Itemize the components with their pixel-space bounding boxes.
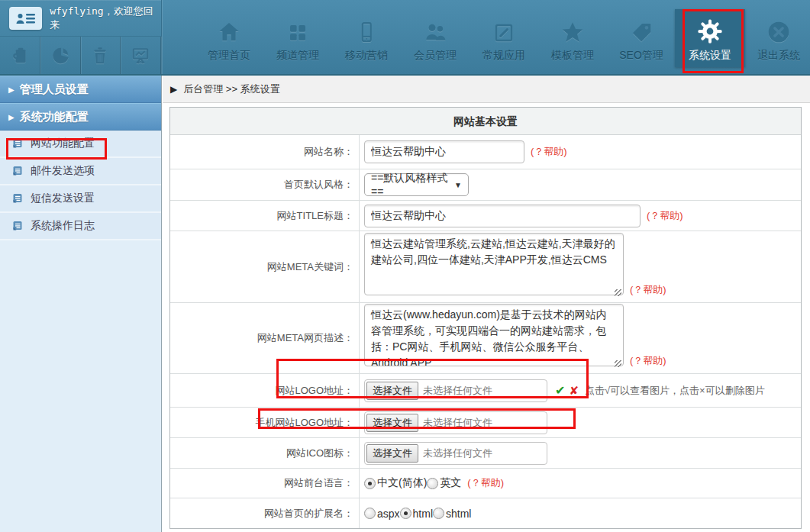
home-icon — [217, 12, 241, 44]
sidebar-item-operation-log[interactable]: 系统操作日志 — [0, 213, 161, 240]
nav-item-apps[interactable]: 常规应用 — [470, 0, 538, 74]
arrow-right-icon: ▶ — [8, 113, 15, 121]
radio-shtml[interactable] — [433, 508, 444, 519]
row-frontend-language: 网站前台语言： 中文(简体) 英文 (？帮助) — [170, 469, 801, 498]
field-label: 网站首页的扩展名： — [264, 507, 353, 521]
pie-chart-icon[interactable] — [40, 37, 81, 74]
chevron-down-icon: ▼ — [454, 181, 462, 189]
meta-keywords-textarea[interactable]: 恒达云建站管理系统,云建站,恒达云建站,天津最好的建站公司,四位一体建站,天津A… — [364, 233, 624, 295]
field-label: 网站LOGO地址： — [275, 384, 353, 398]
breadcrumb: ▶ 后台管理 >> 系统设置 — [163, 76, 810, 103]
quick-tools — [0, 37, 161, 74]
default-style-select[interactable]: ==默认风格样式== ▼ — [364, 173, 469, 196]
nav-item-system-settings[interactable]: 系统设置 — [676, 0, 744, 74]
grid-icon — [286, 12, 309, 44]
logo-hint-text: 点击√可以查看图片，点击×可以删除图片 — [585, 384, 765, 398]
view-image-check-icon[interactable]: ✔ — [555, 383, 565, 398]
help-link[interactable]: (？帮助) — [630, 354, 666, 368]
row-mobile-logo: 手机网站LOGO地址： 选择文件 未选择任何文件 — [170, 408, 801, 438]
document-icon — [11, 220, 24, 232]
users-icon — [423, 12, 447, 44]
chart-board-icon[interactable] — [121, 37, 161, 74]
nav-item-templates[interactable]: 模板管理 — [538, 0, 607, 74]
field-label: 网站ICO图标： — [286, 447, 353, 460]
row-site-name: 网站名称： (？帮助) — [170, 135, 801, 169]
no-file-text: 未选择任何文件 — [423, 447, 492, 460]
radio-chinese[interactable] — [364, 478, 376, 489]
nav-item-seo[interactable]: SEO管理 — [607, 0, 676, 74]
plugin-icon[interactable] — [0, 37, 40, 74]
site-name-input[interactable] — [364, 140, 524, 163]
topbar: wfyflying，欢迎您回来 — [0, 0, 810, 76]
row-home-extension: 网站首页的扩展名： aspx html shtml — [170, 498, 801, 528]
sidebar-item-mail-options[interactable]: 邮件发送选项 — [0, 158, 161, 185]
document-icon — [11, 137, 24, 150]
field-label: 网站TITLE标题： — [277, 209, 353, 223]
sidebar-group-system-config[interactable]: ▶ 系统功能配置 — [0, 103, 161, 131]
nav-item-channels[interactable]: 频道管理 — [263, 0, 332, 74]
user-info: wfyflying，欢迎您回来 — [0, 0, 161, 37]
row-meta-keywords: 网站META关键词： 恒达云建站管理系统,云建站,恒达云建站,天津最好的建站公司… — [170, 231, 801, 303]
site-title-input[interactable] — [364, 205, 641, 227]
gear-icon — [697, 12, 723, 44]
choose-file-button[interactable]: 选择文件 — [366, 414, 418, 432]
field-label: 首页默认风格： — [284, 178, 353, 192]
nav-item-mobile-marketing[interactable]: 移动营销 — [332, 0, 401, 74]
field-label: 网站名称： — [304, 145, 353, 159]
breadcrumb-text: 后台管理 >> 系统设置 — [183, 82, 279, 96]
help-link[interactable]: (？帮助) — [630, 283, 666, 297]
help-link[interactable]: (？帮助) — [647, 209, 683, 223]
tag-icon — [630, 12, 653, 44]
help-link[interactable]: (？帮助) — [531, 145, 567, 159]
welcome-text: wfyflying，欢迎您回来 — [50, 5, 161, 32]
field-label: 手机网站LOGO地址： — [255, 416, 353, 430]
radio-aspx[interactable] — [364, 508, 376, 519]
nav-item-members[interactable]: 会员管理 — [401, 0, 470, 74]
ico-file-field: 选择文件 未选择任何文件 — [364, 442, 547, 465]
document-icon — [11, 165, 24, 177]
help-link[interactable]: (？帮助) — [467, 476, 504, 490]
radio-html[interactable] — [400, 508, 411, 519]
trash-icon[interactable] — [81, 37, 121, 74]
sidebar-item-sms-settings[interactable]: 短信发送设置 — [0, 185, 161, 213]
field-label: 网站META关键词： — [267, 260, 353, 274]
mobile-phone-icon — [355, 12, 378, 44]
pencil-box-icon — [492, 12, 515, 44]
arrow-right-icon: ▶ — [170, 84, 177, 95]
site-settings-form: 网站基本设置 网站名称： (？帮助) 首页默认风格： ==默认风格样式== ▼ … — [169, 107, 802, 529]
form-title: 网站基本设置 — [170, 108, 801, 135]
delete-image-x-icon[interactable]: ✘ — [569, 384, 579, 398]
row-meta-description: 网站META网页描述： 恒达云(www.hedayun.com)是基于云技术的网… — [170, 303, 801, 374]
field-label: 网站META网页描述： — [257, 331, 353, 345]
arrow-right-icon: ▶ — [8, 85, 15, 94]
meta-description-textarea[interactable]: 恒达云(www.hedayun.com)是基于云技术的网站内容管理系统，可实现四… — [364, 304, 624, 366]
sidebar: ▶ 管理人员设置 ▶ 系统功能配置 网站功能配置 — [0, 76, 162, 532]
topbar-left-panel: wfyflying，欢迎您回来 — [0, 0, 162, 74]
row-site-logo: 网站LOGO地址： 选择文件 未选择任何文件 ✔ ✘ 点击√可以查看图片，点击×… — [170, 374, 801, 408]
logo-file-field: 选择文件 未选择任何文件 — [364, 379, 547, 402]
main-nav: 管理首页 频道管理 移动营销 — [162, 0, 810, 74]
user-card-icon — [9, 7, 42, 30]
document-icon — [11, 192, 24, 205]
logout-x-icon — [766, 12, 791, 44]
sidebar-item-site-function-config[interactable]: 网站功能配置 — [0, 131, 161, 158]
row-site-ico: 网站ICO图标： 选择文件 未选择任何文件 — [170, 438, 801, 469]
field-label: 网站前台语言： — [284, 476, 353, 490]
no-file-text: 未选择任何文件 — [423, 384, 492, 398]
nav-item-logout[interactable]: 退出系统 — [744, 0, 810, 74]
nav-item-home[interactable]: 管理首页 — [195, 0, 263, 74]
star-icon — [560, 12, 585, 44]
radio-english[interactable] — [427, 478, 438, 489]
row-site-title: 网站TITLE标题： (？帮助) — [170, 201, 801, 231]
choose-file-button[interactable]: 选择文件 — [366, 444, 418, 463]
no-file-text: 未选择任何文件 — [423, 416, 492, 430]
sidebar-group-admin-settings[interactable]: ▶ 管理人员设置 — [0, 76, 161, 103]
row-default-style: 首页默认风格： ==默认风格样式== ▼ — [170, 169, 801, 201]
mobile-logo-file-field: 选择文件 未选择任何文件 — [364, 411, 547, 434]
choose-file-button[interactable]: 选择文件 — [366, 382, 418, 400]
main-content: ▶ 后台管理 >> 系统设置 网站基本设置 网站名称： (？帮助) 首页默认风格… — [163, 76, 810, 532]
